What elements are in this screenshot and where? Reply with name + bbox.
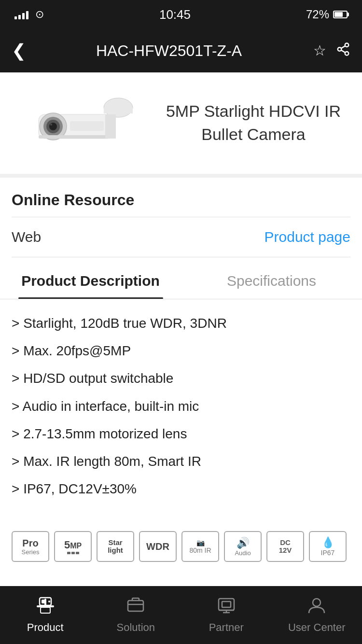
svg-point-11 xyxy=(49,123,57,130)
back-button[interactable]: ❮ xyxy=(12,41,36,61)
page-title: HAC-HFW2501T-Z-A xyxy=(36,42,302,60)
web-label: Web xyxy=(12,229,41,245)
signal-icon xyxy=(14,10,28,19)
main-content: 5MP Starlight HDCVI IR Bullet Camera Onl… xyxy=(0,72,362,639)
svg-point-2 xyxy=(345,52,349,56)
svg-rect-22 xyxy=(128,601,143,611)
product-icon xyxy=(36,597,55,618)
section-divider xyxy=(0,174,362,178)
nav-partner-label: Partner xyxy=(209,621,244,634)
product-hero: 5MP Starlight HDCVI IR Bullet Camera xyxy=(0,72,362,174)
nav-partner[interactable]: Partner xyxy=(181,597,272,634)
user-center-icon xyxy=(307,597,326,618)
svg-point-29 xyxy=(313,599,320,606)
badges-row: Pro Series 5MP Star light WDR 📷 80m IR xyxy=(0,521,362,576)
battery-percent: 72% xyxy=(306,8,329,21)
wifi-icon: ⊙ xyxy=(35,8,44,21)
badge-wdr: WDR xyxy=(139,531,177,562)
svg-point-12 xyxy=(50,124,52,126)
online-resource-section: Online Resource Web Product page xyxy=(0,178,362,257)
share-button[interactable] xyxy=(336,42,350,60)
description-content: Starlight, 120dB true WDR, 3DNR Max. 20f… xyxy=(0,299,362,521)
bottom-nav: Product Solution Partner xyxy=(0,586,362,644)
tab-specifications[interactable]: Specifications xyxy=(181,261,362,299)
nav-icons: ☆ xyxy=(302,42,350,60)
feature-item-1: Max. 20fps@5MP xyxy=(12,341,350,360)
svg-line-3 xyxy=(341,50,346,52)
camera-svg xyxy=(24,92,140,154)
nav-header: ❮ HAC-HFW2501T-Z-A ☆ xyxy=(0,29,362,72)
feature-item-5: Max. IR length 80m, Smart IR xyxy=(12,452,350,471)
feature-item-0: Starlight, 120dB true WDR, 3DNR xyxy=(12,314,350,333)
product-name: 5MP Starlight HDCVI IR Bullet Camera xyxy=(159,100,348,146)
svg-rect-14 xyxy=(39,135,113,139)
status-left: ⊙ xyxy=(14,8,44,21)
badge-pro: Pro Series xyxy=(12,531,49,562)
svg-rect-21 xyxy=(41,607,50,613)
svg-rect-19 xyxy=(42,600,46,603)
battery-icon xyxy=(333,11,348,18)
solution-icon xyxy=(126,597,145,618)
badge-ip67: 💧 IP67 xyxy=(309,531,347,562)
nav-user-center[interactable]: User Center xyxy=(272,597,362,634)
svg-rect-6 xyxy=(104,108,133,113)
svg-line-4 xyxy=(341,46,346,48)
nav-solution-label: Solution xyxy=(116,621,155,634)
product-page-link[interactable]: Product page xyxy=(265,229,350,245)
svg-rect-24 xyxy=(219,599,234,610)
nav-user-center-label: User Center xyxy=(288,621,346,634)
tab-description[interactable]: Product Description xyxy=(0,261,181,299)
svg-point-1 xyxy=(338,47,342,51)
resource-row: Web Product page xyxy=(12,217,350,257)
nav-product-label: Product xyxy=(27,621,64,634)
badge-dc12v: DC 12V xyxy=(266,531,304,562)
svg-rect-15 xyxy=(105,114,116,139)
online-resource-title: Online Resource xyxy=(12,178,350,217)
badge-audio: 🔊 Audio xyxy=(224,531,262,562)
feature-item-2: HD/SD output switchable xyxy=(12,369,350,388)
feature-item-6: IP67, DC12V±30% xyxy=(12,479,350,498)
tabs-container: Product Description Specifications xyxy=(0,261,362,299)
bookmark-button[interactable]: ☆ xyxy=(313,42,326,60)
feature-item-3: Audio in interface, built-in mic xyxy=(12,397,350,416)
badge-starlight: Star light xyxy=(97,531,134,562)
badge-5mp: 5MP xyxy=(54,531,92,562)
svg-rect-25 xyxy=(222,602,231,607)
status-bar: ⊙ 10:45 72% xyxy=(0,0,362,29)
status-time: 10:45 xyxy=(159,7,191,22)
status-right: 72% xyxy=(306,8,348,21)
product-image xyxy=(14,92,150,154)
partner-icon xyxy=(217,597,236,618)
svg-point-0 xyxy=(345,43,349,47)
feature-item-4: 2.7-13.5mm motorized lens xyxy=(12,424,350,443)
nav-solution[interactable]: Solution xyxy=(91,597,181,634)
badge-ir: 📷 80m IR xyxy=(181,531,219,562)
svg-point-20 xyxy=(48,601,50,602)
nav-product[interactable]: Product xyxy=(0,597,91,634)
svg-rect-13 xyxy=(70,121,104,131)
